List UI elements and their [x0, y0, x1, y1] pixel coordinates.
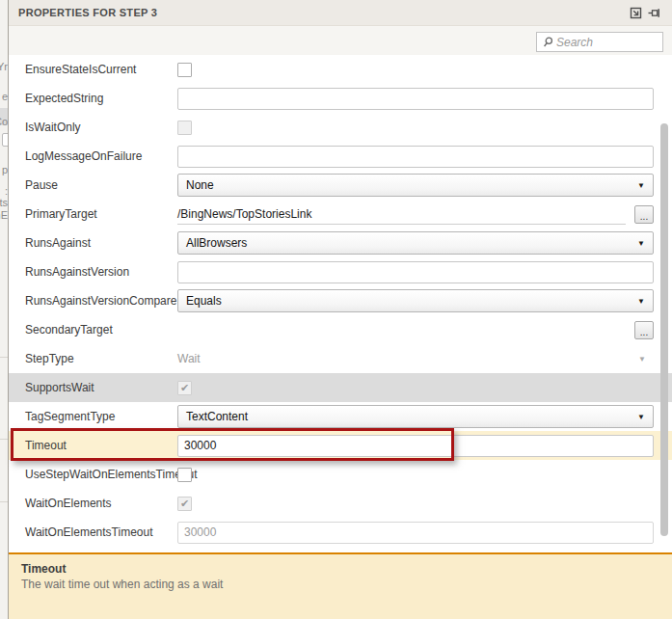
- property-value: TextContent▼: [177, 405, 654, 428]
- property-value: /BingNews/TopStoriesLink...: [177, 203, 654, 225]
- secondary-target-value: [177, 319, 626, 340]
- property-label: EnsureStateIsCurrent: [25, 63, 177, 76]
- property-label: ExpectedString: [25, 92, 177, 105]
- property-value: ✔: [177, 497, 654, 511]
- property-value: ...: [177, 319, 654, 340]
- property-label: WaitOnElementsTimeout: [25, 525, 177, 539]
- chevron-down-icon: ▼: [637, 239, 645, 248]
- dropdown-selected-value: None: [186, 178, 214, 192]
- step-type-value: Wait: [177, 352, 201, 365]
- property-label: SupportsWait: [25, 381, 177, 394]
- property-row-timeout: Timeout: [9, 431, 672, 460]
- ensure-state-is-current-checkbox[interactable]: [177, 63, 192, 77]
- background-text-fragment: nE: [0, 209, 8, 221]
- chevron-down-icon: ▼: [637, 297, 645, 306]
- property-row-runs-against-version: RunsAgainstVersion: [9, 257, 672, 286]
- property-label: IsWaitOnly: [25, 121, 177, 134]
- dropdown-selected-value: TextContent: [186, 410, 248, 423]
- property-label: RunsAgainstVersionCompare: [25, 294, 177, 308]
- runs-against-version-compare-dropdown[interactable]: Equals▼: [177, 289, 654, 312]
- property-label: RunsAgainstVersion: [25, 265, 177, 279]
- property-label: Timeout: [25, 439, 177, 452]
- background-divider: [0, 439, 8, 440]
- property-row-use-step-wait-on-elements-timeout: UseStepWaitOnElementsTimeout: [9, 460, 672, 489]
- property-label: SecondaryTarget: [25, 323, 177, 336]
- property-row-wait-on-elements: WaitOnElements✔: [9, 489, 672, 518]
- background-text-fragment: ts: [0, 197, 8, 208]
- primary-target-value: /BingNews/TopStoriesLink: [177, 203, 626, 225]
- property-value: [177, 63, 654, 77]
- runs-against-dropdown[interactable]: AllBrowsers▼: [177, 231, 654, 255]
- use-step-wait-on-elements-timeout-checkbox[interactable]: [177, 468, 192, 482]
- property-value: [177, 522, 654, 544]
- property-row-log-message-on-failure: LogMessageOnFailure: [9, 142, 672, 171]
- property-description-panel: Timeout The wait time out when acting as…: [9, 552, 672, 619]
- property-value: [177, 121, 654, 135]
- property-label: PrimaryTarget: [25, 207, 177, 221]
- expected-string-input[interactable]: [177, 88, 654, 110]
- background-text-fragment: Yr: [0, 61, 8, 72]
- search-input[interactable]: [556, 36, 659, 49]
- property-grid: EnsureStateIsCurrentExpectedStringIsWait…: [9, 55, 672, 552]
- property-value: Equals▼: [177, 289, 654, 312]
- property-row-primary-target: PrimaryTarget/BingNews/TopStoriesLink...: [9, 200, 672, 229]
- secondary-target-field: ...: [177, 319, 654, 340]
- property-value: [177, 146, 654, 168]
- runs-against-version-input[interactable]: [177, 261, 654, 283]
- property-row-is-wait-only: IsWaitOnly: [9, 113, 672, 142]
- background-window-edge: YreCop:tsnE: [0, 0, 8, 619]
- property-label: TagSegmentType: [25, 410, 177, 423]
- wait-on-elements-checkbox: ✔: [177, 497, 192, 511]
- background-divider: [0, 501, 8, 502]
- tag-segment-type-dropdown[interactable]: TextContent▼: [177, 405, 654, 428]
- auto-hide-pin-icon[interactable]: [645, 4, 664, 21]
- vertical-scrollbar-thumb[interactable]: [660, 123, 668, 536]
- wait-on-elements-timeout-input: [177, 522, 654, 544]
- property-row-tag-segment-type: TagSegmentTypeTextContent▼: [9, 402, 672, 431]
- property-row-step-type: StepTypeWait▼: [9, 344, 672, 373]
- property-row-runs-against-version-compare: RunsAgainstVersionCompareEquals▼: [9, 286, 672, 315]
- secondary-target-browse-button[interactable]: ...: [634, 321, 654, 339]
- property-label: LogMessageOnFailure: [25, 149, 177, 163]
- chevron-down-icon: ▼: [637, 413, 645, 421]
- search-box[interactable]: [536, 32, 663, 52]
- supports-wait-checkbox: ✔: [177, 381, 192, 395]
- property-value: [177, 88, 654, 110]
- primary-target-browse-button[interactable]: ...: [634, 205, 654, 224]
- description-title: Timeout: [21, 562, 660, 576]
- is-wait-only-checkbox: [177, 121, 192, 135]
- property-value: [177, 261, 654, 283]
- background-divider: [0, 357, 8, 358]
- property-row-runs-against: RunsAgainstAllBrowsers▼: [9, 229, 672, 257]
- property-row-wait-on-elements-timeout: WaitOnElementsTimeout: [9, 518, 672, 547]
- window-position-icon[interactable]: [626, 4, 645, 21]
- panel-titlebar: PROPERTIES FOR STEP 3: [9, 0, 672, 26]
- property-value: Wait▼: [177, 352, 654, 365]
- panel-title: PROPERTIES FOR STEP 3: [18, 7, 157, 18]
- chevron-down-icon: ▼: [637, 181, 645, 190]
- pause-dropdown[interactable]: None▼: [177, 174, 654, 197]
- property-label: StepType: [25, 352, 177, 365]
- timeout-input[interactable]: [177, 435, 654, 457]
- property-row-expected-string: ExpectedString: [9, 84, 672, 113]
- property-row-pause: PauseNone▼: [9, 171, 672, 200]
- property-value: None▼: [177, 174, 654, 197]
- screenshot-root: YreCop:tsnE PROPERTIES FOR STEP 3: [0, 0, 672, 619]
- property-value: AllBrowsers▼: [177, 231, 654, 255]
- property-label: UseStepWaitOnElementsTimeout: [25, 468, 177, 481]
- property-value: ✔: [177, 381, 654, 395]
- panel-toolbar: [9, 26, 672, 55]
- description-text: The wait time out when acting as a wait: [21, 578, 660, 591]
- chevron-down-icon: ▼: [638, 355, 646, 363]
- primary-target-field: /BingNews/TopStoriesLink...: [177, 203, 654, 225]
- property-row-ensure-state-is-current: EnsureStateIsCurrent: [9, 55, 672, 84]
- search-icon: [543, 37, 553, 47]
- property-label: Pause: [25, 178, 177, 192]
- log-message-on-failure-input[interactable]: [177, 146, 654, 168]
- property-row-secondary-target: SecondaryTarget...: [9, 315, 672, 344]
- dropdown-selected-value: Equals: [186, 294, 222, 308]
- background-text-fragment: Co: [0, 116, 8, 127]
- property-row-supports-wait: SupportsWait✔: [9, 373, 672, 402]
- property-value: [177, 468, 654, 482]
- property-label: RunsAgainst: [25, 236, 177, 250]
